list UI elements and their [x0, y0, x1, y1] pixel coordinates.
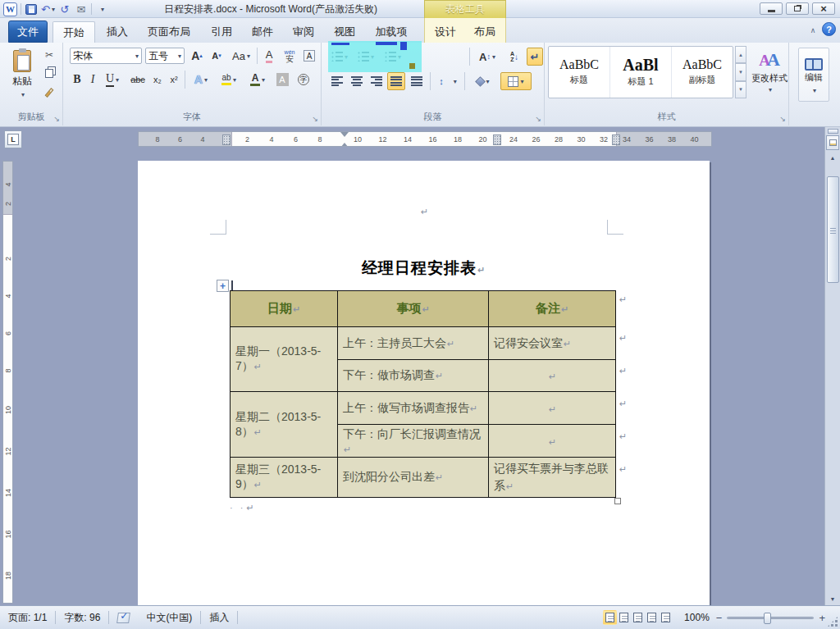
paste-button[interactable]: 粘贴 ▾ [5, 46, 39, 118]
cell-empty-note[interactable]: ↵ [489, 425, 616, 458]
highlight-dropdown[interactable]: ▾ [233, 76, 236, 84]
cell-tuesday-pm[interactable]: 下午：向厂长汇报调查情况↵ [338, 425, 489, 458]
copy-button[interactable] [41, 66, 57, 80]
indent-marker[interactable] [340, 132, 349, 147]
sort-button[interactable]: AZ ↓ [504, 48, 525, 66]
table-column-marker[interactable] [612, 134, 620, 145]
view-outline-button[interactable] [645, 610, 659, 625]
font-color-dropdown[interactable]: ▾ [262, 76, 265, 84]
enclose-characters-button[interactable]: 字 [294, 71, 313, 89]
table-column-marker[interactable] [493, 134, 501, 145]
undo-button[interactable]: ↶▾ [41, 2, 55, 16]
document-heading[interactable]: 经理日程安排表↵ [138, 258, 710, 279]
zoom-slider[interactable] [727, 617, 814, 619]
tab-insert[interactable]: 插入 [98, 21, 136, 43]
document-page[interactable]: ↵ 经理日程安排表↵ + 日期↵ 事项↵ 备注↵ 星期一（2013-5-7）↵ … [138, 161, 710, 605]
text-effects-button[interactable]: A▾ [189, 71, 212, 89]
style-heading1[interactable]: AaBl 标题 1 [610, 47, 672, 98]
ruler-toggle-button[interactable] [826, 135, 839, 150]
highlight-button[interactable]: ab ▾ [216, 71, 242, 89]
font-color-button[interactable]: A ▾ [245, 71, 270, 89]
font-size-combo[interactable]: 五号 ▾ [145, 48, 185, 64]
scroll-up-button[interactable]: ▲ [826, 152, 839, 163]
tab-references[interactable]: 引用 [202, 21, 241, 43]
spell-check-status[interactable] [109, 610, 138, 625]
paste-dropdown[interactable]: ▾ [21, 91, 25, 98]
save-button[interactable] [25, 2, 38, 16]
table-move-handle[interactable]: + [217, 280, 229, 292]
style-title[interactable]: AaBbC 标题 [549, 47, 610, 98]
shading-button[interactable]: ▾ [469, 72, 497, 90]
word-count[interactable]: 字数: 96 [56, 610, 108, 625]
character-border-button[interactable]: A [301, 48, 317, 64]
distribute-button[interactable] [407, 72, 427, 90]
cell-monday-pm[interactable]: 下午：做市场调查↵ [338, 360, 489, 392]
font-dialog-launcher[interactable]: ↘ [312, 116, 318, 123]
split-handle[interactable] [828, 129, 838, 134]
minimize-button[interactable] [760, 2, 783, 15]
tab-mailings[interactable]: 邮件 [243, 21, 282, 43]
header-cell-note[interactable]: 备注↵ [489, 291, 616, 327]
table-resize-handle[interactable] [614, 498, 621, 504]
font-name-combo[interactable]: 宋体 ▾ [70, 48, 142, 64]
view-print-layout-button[interactable] [603, 610, 617, 625]
view-fullscreen-reading-button[interactable] [617, 610, 631, 625]
styles-scroll-down[interactable]: ▼ [735, 63, 746, 80]
align-right-button[interactable] [368, 72, 386, 90]
redo-button[interactable]: ↺ [58, 2, 71, 16]
table-column-marker[interactable] [222, 134, 231, 145]
language-status[interactable]: 中文(中国) [138, 610, 200, 625]
cell-wednesday-note[interactable]: 记得买车票并与李总联系↵ [489, 458, 616, 498]
align-left-button[interactable] [328, 72, 346, 90]
character-shading-button[interactable]: A [273, 71, 291, 89]
cell-tuesday-am[interactable]: 上午：做写市场调查报告↵ [338, 392, 489, 425]
decrease-indent-button[interactable] [425, 48, 445, 66]
tab-home[interactable]: 开始 [52, 21, 95, 43]
strikethrough-button[interactable]: abc [127, 71, 148, 89]
tab-table-design[interactable]: 设计 [427, 21, 463, 43]
align-center-button[interactable] [348, 72, 366, 90]
scroll-down-button[interactable]: ▼ [826, 593, 839, 604]
shrink-font-button[interactable]: A▾ [208, 48, 226, 64]
styles-gallery-more[interactable]: ▼ [735, 81, 746, 98]
zoom-level[interactable]: 100% [673, 610, 716, 625]
horizontal-ruler[interactable]: 8 6 4 2 2 4 6 8 10 12 14 16 18 20 24 26 … [138, 131, 712, 147]
attach-button[interactable]: ✉ [75, 2, 88, 16]
grow-font-button[interactable]: A▴ [188, 48, 206, 64]
cell-monday-date[interactable]: 星期一（2013-5-7）↵ [231, 327, 338, 392]
zoom-in-button[interactable]: + [819, 612, 825, 624]
tab-file[interactable]: 文件 [8, 21, 48, 43]
format-painter-button[interactable] [41, 85, 57, 100]
cell-empty-note[interactable]: ↵ [489, 360, 616, 392]
line-spacing-dropdown[interactable]: ▾ [454, 78, 457, 85]
text-effects-dropdown[interactable]: ▾ [204, 76, 208, 84]
editing-button[interactable]: 编辑 ▾ [798, 48, 829, 102]
vertical-ruler[interactable]: 18 16 14 12 10 8 6 4 2 2 4 [2, 161, 13, 604]
tab-page-layout[interactable]: 页面布局 [138, 21, 200, 43]
cell-tuesday-date[interactable]: 星期二（2013-5-8）↵ [231, 392, 338, 458]
tab-view[interactable]: 视图 [325, 21, 364, 43]
tab-review[interactable]: 审阅 [284, 21, 323, 43]
zoom-out-button[interactable]: − [716, 612, 723, 624]
paragraph-dialog-launcher[interactable]: ↘ [535, 116, 541, 123]
clipboard-dialog-launcher[interactable]: ↘ [53, 116, 60, 123]
subscript-button[interactable]: x₂ [150, 71, 165, 89]
font-name-dropdown[interactable]: ▾ [135, 52, 139, 60]
tab-selector-button[interactable]: L [4, 130, 22, 148]
increase-indent-button[interactable] [446, 48, 466, 66]
header-cell-item[interactable]: 事项↵ [338, 291, 489, 327]
asian-layout-button[interactable]: A ↕ ▾ [474, 48, 500, 66]
borders-button[interactable]: ▾ [500, 72, 532, 90]
borders-dropdown[interactable]: ▾ [520, 78, 523, 85]
scrollbar-thumb[interactable] [827, 176, 839, 283]
close-button[interactable]: × [812, 2, 835, 15]
vertical-scrollbar[interactable]: ▲ ▼ [824, 127, 840, 605]
phonetic-guide-button[interactable]: wén 安 [280, 47, 299, 65]
cell-monday-note[interactable]: 记得安会议室↵ [489, 327, 616, 360]
help-button[interactable]: ? [822, 22, 836, 36]
font-size-dropdown[interactable]: ▾ [178, 52, 181, 60]
cell-wednesday-item[interactable]: 到沈阳分公司出差↵ [338, 458, 489, 498]
collapse-ribbon-button[interactable]: ∧ [806, 24, 820, 37]
bold-button[interactable]: B [70, 71, 84, 89]
line-spacing-button[interactable]: ↕ ▾ [435, 72, 461, 90]
